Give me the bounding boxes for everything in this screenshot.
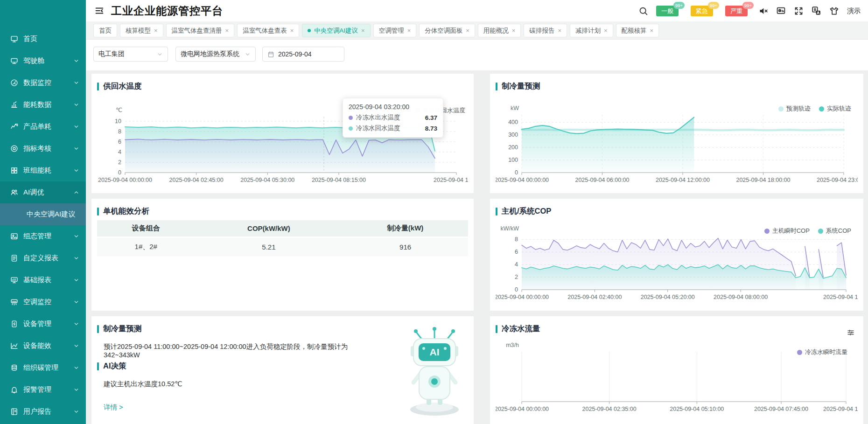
panel-ai-advice: 制冷量预测 预计2025-09-04 11:00:00~2025-09-04 1… [91,316,474,424]
tab-核算模型[interactable]: 核算模型× [120,24,163,37]
svg-text:2: 2 [118,159,121,166]
legend-item[interactable]: 系统COP [818,227,851,235]
dashboard-screen-icon[interactable] [776,6,786,16]
svg-text:2025-09-04 02:40:00: 2025-09-04 02:40:00 [567,294,622,300]
legend-item[interactable]: 冷冻水瞬时流量 [797,348,847,356]
close-tab-icon[interactable]: × [225,27,229,34]
sidebar-item-carbon[interactable]: 组织碳管理 [0,357,86,379]
sidebar-item-ai-tuning[interactable]: AI调优 [0,181,86,203]
sidebar-item-alarm[interactable]: 报警管理 [0,379,86,401]
close-tab-icon[interactable]: × [361,27,365,34]
close-tab-icon[interactable]: × [512,27,516,34]
svg-text:m3/h: m3/h [506,342,519,348]
sidebar-item-ac-monitor[interactable]: 空调监控 [0,291,86,313]
detail-link[interactable]: 详情 > [104,403,123,412]
chart-legend: 主机瞬时COP系统COP [764,227,851,235]
legend-item[interactable]: 预测轨迹 [778,104,811,113]
svg-text:2: 2 [515,274,518,280]
tab-空调管理[interactable]: 空调管理× [373,24,417,37]
sidebar-item-energy-data[interactable]: 能耗数据 [0,94,86,116]
legend-item[interactable]: 实际轨迹 [819,104,851,113]
chevron-down-icon [73,167,79,174]
tab-中央空调AI建议[interactable]: 中央空调AI建议× [302,24,370,37]
panel-chilled-flow: 冷冻水流量 冷冻水瞬时流量 2025-09-04 00:00:002025-09… [490,316,863,424]
legend-item[interactable]: 主机瞬时COP [764,227,810,235]
sidebar-item-product-unit[interactable]: 产品单耗 [0,116,86,138]
alarm-badge-urgent[interactable]: 紧急99+ [691,6,713,16]
close-tab-icon[interactable]: × [407,27,411,34]
svg-text:2025-09-04 23:00:00: 2025-09-04 23:00:00 [817,177,858,183]
mute-icon[interactable] [758,6,768,16]
table-header: 设备组合 [97,220,195,237]
svg-text:200: 200 [508,144,518,151]
tab-用能概况[interactable]: 用能概况× [478,24,521,37]
search-icon[interactable] [638,6,648,16]
demo-mode-label[interactable]: 演示 [847,7,861,15]
svg-text:AI: AI [430,347,440,357]
close-tab-icon[interactable]: × [558,27,561,34]
home-icon [10,35,18,43]
monitor-chart-icon [10,276,18,284]
svg-text:kW: kW [511,105,519,111]
close-tab-icon[interactable]: × [154,27,158,34]
tab-温室气体盘查表[interactable]: 温室气体盘查表× [237,24,299,37]
tab-配额核算[interactable]: 配额核算× [616,24,659,37]
alarm-badge-general[interactable]: 一般99+ [656,6,679,16]
sidebar-item-custom-report[interactable]: 自定义报表 [0,247,86,269]
panel-title: 主机/系统COP [490,199,863,216]
svg-text:6: 6 [118,139,121,145]
sidebar-menu: 首页驾驶舱数据监控能耗数据产品单耗指标考核班组能耗AI调优中央空调AI建议组态管… [0,0,86,423]
sidebar-item-data-monitor[interactable]: 数据监控 [0,72,86,94]
sidebar-item-kpi[interactable]: 指标考核 [0,138,86,160]
theme-shirt-icon[interactable] [829,6,839,16]
tab-首页[interactable]: 首页 [93,24,117,37]
org-select[interactable]: 电工集团 [93,47,168,62]
fullscreen-icon[interactable] [794,6,804,16]
system-select[interactable]: 微电网地源热泵系统 [175,47,256,62]
active-tab-dot [308,29,311,32]
forecast-text: 预计2025-09-04 11:00:00~2025-09-04 12:00:0… [104,342,384,359]
close-tab-icon[interactable]: × [466,27,469,34]
top-header: 工业企业能源管控平台 一般99+紧急99+严重99+ 演示 [86,0,868,22]
panel-supply-return-temp: 供回水温度 冷冻水回水温度 02468102025-09-04 00:00:00… [91,74,474,193]
close-tab-icon[interactable]: × [290,27,294,34]
cooling-forecast-chart[interactable]: 01002003004002025-09-04 00:00:002025-09-… [496,101,858,190]
sidebar-item-team-energy[interactable]: 班组能耗 [0,160,86,181]
sidebar-item-device-eff[interactable]: 设备能效 [0,335,86,357]
date-picker-value: 2025-09-04 [278,50,312,58]
svg-text:400: 400 [508,119,518,125]
decision-title: AI决策 [97,361,126,371]
sidebar-item-device-mgmt[interactable]: 设备管理 [0,313,86,335]
tab-温室气体盘查清册[interactable]: 温室气体盘查清册× [166,24,235,37]
decision-text: 建议主机出水温度10.52℃ [104,380,182,389]
filter-bar: 电工集团 微电网地源热泵系统 2025-09-04 [86,40,868,70]
sidebar-item-scada[interactable]: 组态管理 [0,225,86,247]
close-tab-icon[interactable]: × [604,27,608,34]
chevron-down-icon [73,102,79,108]
chevron-up-icon [73,189,79,195]
collapse-sidebar-icon[interactable] [94,6,105,16]
date-picker[interactable]: 2025-09-04 [262,47,344,62]
tab-减排计划[interactable]: 减排计划× [570,24,613,37]
panel-title: 单机能效分析 [91,199,474,216]
translate-icon[interactable] [812,6,821,16]
alarm-badge-critical[interactable]: 严重99+ [725,6,748,16]
tooltip-row: 冷冻水出水温度6.37 [349,113,437,122]
sidebar-item-cockpit[interactable]: 驾驶舱 [0,50,86,72]
sidebar: 首页驾驶舱数据监控能耗数据产品单耗指标考核班组能耗AI调优中央空调AI建议组态管… [0,0,86,424]
tab-碳排报告[interactable]: 碳排报告× [524,24,567,37]
svg-text:℃: ℃ [116,107,122,113]
sidebar-subitem-central-ac-ai[interactable]: 中央空调AI建议 [0,203,86,225]
chevron-down-icon [73,233,79,239]
svg-text:10: 10 [115,118,121,125]
panel-cooling-forecast: 制冷量预测 预测轨迹实际轨迹 01002003004002025-09-04 0… [490,74,863,193]
sidebar-item-basic-report[interactable]: 基础报表 [0,269,86,291]
doc-icon [10,254,18,262]
close-tab-icon[interactable]: × [650,27,654,34]
table-header: COP(kW/kW) [195,220,343,237]
sidebar-item-home[interactable]: 首页 [0,28,86,50]
sidebar-item-user-report[interactable]: 用户报告 [0,401,86,423]
tab-分体空调面板[interactable]: 分体空调面板× [419,24,475,37]
chart-settings-icon[interactable] [847,328,855,337]
cop-chart[interactable]: 024682025-09-04 00:00:002025-09-04 02:40… [496,223,858,304]
